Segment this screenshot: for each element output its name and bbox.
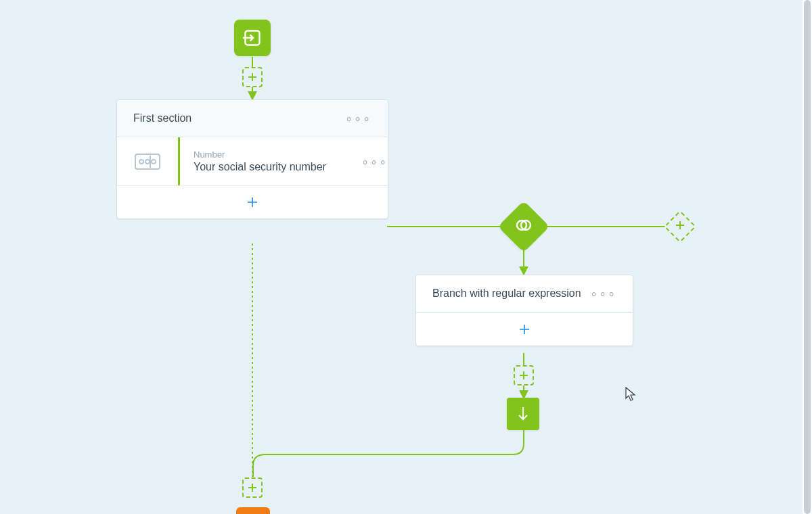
plus-icon	[675, 220, 685, 230]
plus-icon	[248, 72, 257, 82]
field-title: Your social security number	[194, 161, 353, 173]
add-between-start-and-section[interactable]	[242, 67, 263, 87]
add-bottom[interactable]	[242, 477, 263, 498]
start-node[interactable]	[234, 20, 271, 56]
number-icon-wrap	[117, 137, 178, 185]
branch-add-button[interactable]	[416, 312, 633, 346]
branch-icon	[514, 216, 533, 235]
jump-node[interactable]	[507, 398, 539, 430]
entry-icon	[243, 28, 262, 47]
section-title: First section	[133, 112, 191, 124]
section-card-header[interactable]: First section ∘∘∘	[117, 100, 388, 137]
add-branch-right[interactable]	[664, 210, 696, 243]
cursor-icon	[625, 387, 636, 402]
scrollbar-thumb[interactable]	[804, 0, 811, 514]
plus-icon	[247, 197, 258, 208]
svg-point-12	[152, 160, 156, 164]
number-icon	[135, 154, 160, 170]
section-add-button[interactable]	[117, 185, 388, 218]
plus-icon	[519, 324, 530, 335]
vertical-scrollbar[interactable]	[803, 0, 812, 514]
section-field-row[interactable]: Number Your social security number ∘∘∘	[117, 137, 388, 185]
plus-icon	[248, 483, 257, 492]
add-between-branch-and-jump[interactable]	[514, 365, 534, 386]
branch-title: Branch with regular expression	[432, 287, 581, 300]
plus-icon	[519, 371, 528, 380]
end-node-partial[interactable]	[236, 507, 270, 514]
branch-node[interactable]	[498, 201, 549, 252]
arrow-down-icon	[516, 406, 530, 421]
svg-point-10	[139, 160, 143, 164]
connector-canvas	[0, 0, 812, 514]
branch-card[interactable]: Branch with regular expression ∘∘∘	[415, 275, 633, 346]
svg-point-11	[145, 160, 150, 164]
field-type-label: Number	[194, 149, 353, 160]
section-card[interactable]: First section ∘∘∘ Number Your social sec…	[116, 99, 388, 219]
branch-card-header[interactable]: Branch with regular expression ∘∘∘	[416, 275, 633, 312]
